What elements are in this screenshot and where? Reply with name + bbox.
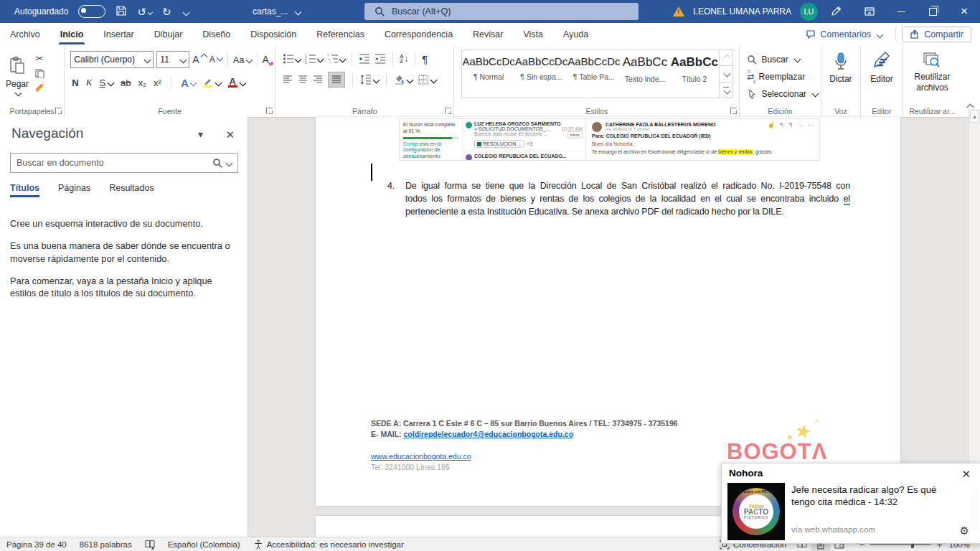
numbering-dropdown-icon[interactable] <box>317 55 324 62</box>
tab-correspondencia[interactable]: Correspondencia <box>374 23 463 46</box>
email-link[interactable]: coldirepdelecuador4@educacionbogota.edu.… <box>404 430 574 438</box>
restore-button[interactable] <box>917 0 948 23</box>
styles-scroll-down-icon[interactable] <box>720 66 732 82</box>
warning-icon[interactable]: ! <box>673 6 684 17</box>
styles-scroll-up-icon[interactable] <box>720 50 732 66</box>
change-case-button[interactable]: Aa <box>233 55 252 65</box>
tab-insertar[interactable]: Insertar <box>93 23 143 46</box>
styles-gallery-more-icon[interactable] <box>720 83 732 98</box>
nav-tab-resultados[interactable]: Resultados <box>109 183 154 197</box>
highlight-button[interactable] <box>203 77 213 88</box>
grow-font-button[interactable]: A <box>192 54 206 65</box>
share-button[interactable]: Compartir <box>902 27 971 42</box>
style-texto-independiente[interactable]: AaBbCc Texto inde... <box>620 50 669 98</box>
font-family-combo[interactable]: Calibri (Cuerpo) <box>70 51 154 68</box>
document-page-39[interactable]: El buzón está completo al 91 %. Corrija … <box>316 117 900 506</box>
font-color-dropdown-icon[interactable] <box>239 79 246 86</box>
scroll-up-icon[interactable]: ▲ <box>970 110 979 123</box>
superscript-button[interactable]: x² <box>154 77 161 88</box>
search-box[interactable]: Buscar (Alt+Q) <box>364 3 639 20</box>
fuente-dialog-launcher[interactable] <box>266 108 273 114</box>
increase-indent-button[interactable] <box>374 53 386 65</box>
align-center-button[interactable] <box>298 75 308 85</box>
proofing-icon[interactable] <box>138 537 161 551</box>
navigation-options-icon[interactable]: ▾ <box>198 128 203 140</box>
close-button[interactable]: × <box>948 0 980 23</box>
format-painter-icon[interactable] <box>34 83 44 93</box>
bold-button[interactable]: N <box>72 77 78 88</box>
zoom-slider[interactable] <box>870 544 931 545</box>
multilevel-dropdown-icon[interactable] <box>339 55 347 62</box>
tab-dibujar[interactable]: Dibujar <box>144 23 193 46</box>
bullets-dropdown-icon[interactable] <box>295 55 302 62</box>
dictate-button[interactable]: Dictar <box>821 46 861 84</box>
notification-close-icon[interactable]: ✕ <box>961 468 971 481</box>
align-left-button[interactable] <box>283 75 293 85</box>
align-right-button[interactable] <box>313 75 323 85</box>
style-table-paragraph[interactable]: AaBbCcDc ¶ Table Pa... <box>567 50 620 98</box>
ribbon-display-options-icon[interactable] <box>854 0 885 23</box>
language-indicator[interactable]: Español (Colombia) <box>161 537 247 551</box>
shrink-font-button[interactable]: A <box>209 55 222 65</box>
page-indicator[interactable]: Página 39 de 40 <box>0 537 73 551</box>
navigation-search-input[interactable] <box>11 157 212 169</box>
word-count[interactable]: 8618 palabras <box>73 537 138 551</box>
undo-button[interactable]: ↺ <box>137 6 152 17</box>
decrease-indent-button[interactable] <box>359 53 370 65</box>
shading-dropdown-icon[interactable] <box>407 76 414 83</box>
comments-button[interactable]: Comentarios <box>798 27 890 42</box>
inking-icon[interactable] <box>818 0 854 23</box>
numbering-button[interactable]: 123 <box>305 53 316 65</box>
clear-formatting-button[interactable]: A <box>263 54 269 65</box>
style-normal[interactable]: AaBbCcDc ¶ Normal <box>462 50 514 98</box>
avatar[interactable]: LU <box>800 3 818 21</box>
tab-archivo[interactable]: Archivo <box>0 23 50 46</box>
document-title-dropdown-icon[interactable] <box>295 8 302 15</box>
tab-diseno[interactable]: Diseño <box>192 23 240 46</box>
line-spacing-button[interactable] <box>360 74 372 85</box>
editor-button[interactable]: Editor <box>861 46 903 84</box>
strikethrough-button[interactable]: ab <box>121 77 131 88</box>
web-link[interactable]: www.educacionbogota.edu.co <box>371 451 471 462</box>
tab-vista[interactable]: Vista <box>513 23 553 46</box>
navigation-search-button[interactable] <box>212 158 237 168</box>
nav-tab-titulos[interactable]: Títulos <box>10 183 39 197</box>
show-marks-button[interactable]: ¶ <box>422 53 428 65</box>
find-button[interactable]: Buscar <box>747 52 820 67</box>
reuse-files-button[interactable]: Reutilizar archivos <box>903 46 961 92</box>
italic-button[interactable]: K <box>86 77 93 88</box>
subscript-button[interactable]: x₂ <box>138 77 147 88</box>
font-size-combo[interactable]: 11 <box>156 51 189 68</box>
shading-button[interactable] <box>394 74 405 85</box>
accessibility-status[interactable]: Accesibilidad: es necesario investigar <box>247 537 410 551</box>
style-sin-espaciado[interactable]: AaBbCcDc ¶ Sin espa... <box>515 50 567 98</box>
bullets-button[interactable] <box>283 53 294 65</box>
replace-button[interactable]: ⇄bc Reemplazar <box>747 69 820 84</box>
underline-dropdown-icon[interactable] <box>108 79 115 86</box>
copy-icon[interactable] <box>34 68 44 78</box>
cut-icon[interactable]: ✂ <box>34 53 44 64</box>
multilevel-list-button[interactable]: 1ai <box>327 53 339 65</box>
select-button[interactable]: Seleccionar <box>747 86 820 101</box>
paste-button[interactable]: Pegar <box>6 50 29 95</box>
portapapeles-dialog-launcher[interactable] <box>55 108 62 114</box>
font-color-button[interactable]: A <box>228 77 237 88</box>
tab-revisar[interactable]: Revisar <box>463 23 513 46</box>
estilos-dialog-launcher[interactable] <box>730 108 737 114</box>
document-title[interactable]: cartas_... <box>253 6 288 17</box>
tab-referencias[interactable]: Referencias <box>306 23 374 46</box>
borders-button[interactable] <box>418 74 429 85</box>
tab-ayuda[interactable]: Ayuda <box>553 23 598 46</box>
justify-button[interactable] <box>328 72 345 88</box>
save-icon[interactable] <box>116 5 127 18</box>
embedded-email-image[interactable]: El buzón está completo al 91 %. Corrija … <box>399 118 820 161</box>
user-name[interactable]: LEONEL UMANA PARRA <box>693 6 791 17</box>
nav-tab-paginas[interactable]: Páginas <box>58 183 90 197</box>
autosave-toggle[interactable] <box>78 5 105 18</box>
minimize-button[interactable] <box>885 0 917 23</box>
notification-settings-icon[interactable]: ⚙ <box>960 524 969 537</box>
line-spacing-dropdown-icon[interactable] <box>373 76 380 83</box>
underline-button[interactable]: S <box>99 77 105 88</box>
text-effects-button[interactable]: A <box>181 77 196 89</box>
paragraph-4[interactable]: 4. De igual forma se tiene que la Direcc… <box>387 179 850 219</box>
